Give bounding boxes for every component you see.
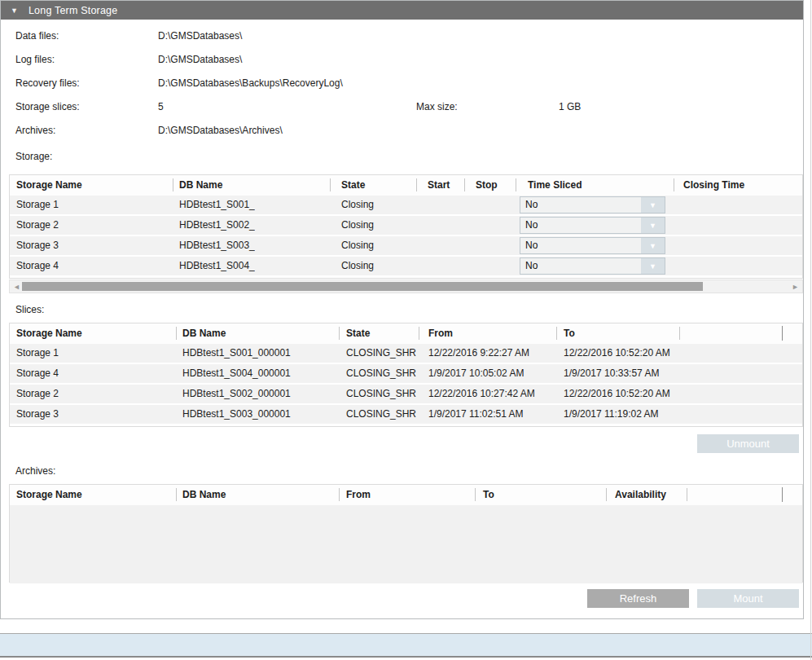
storage-row[interactable]: Storage 4 HDBtest1_S004_ Closing No ▼ [10,257,802,275]
column-divider [339,327,340,340]
cell-state: Closing [341,199,374,210]
long-term-storage-panel: ▼ Long Term Storage Data files: D:\GMSDa… [0,0,804,619]
time-sliced-dropdown[interactable]: No ▼ [520,217,665,234]
col-from[interactable]: From [428,328,453,339]
column-divider [674,178,674,191]
log-files-label: Log files: [15,54,55,65]
archives-path-label: Archives: [15,125,55,136]
column-divider [679,327,680,340]
col-db-name[interactable]: DB Name [179,179,222,191]
column-divider [687,488,687,501]
cell-from: 12/22/2016 10:27:42 AM [428,388,555,399]
col-closing-time[interactable]: Closing Time [683,179,744,191]
archives-empty-body [10,505,802,583]
cell-db-name: HDBtest1_S001_000001 [182,347,291,359]
recovery-files-label: Recovery files: [15,77,80,89]
storage-row[interactable]: Storage 2 HDBtest1_S002_ Closing No ▼ [10,216,802,235]
cell-storage-name: Storage 4 [16,260,59,271]
col-storage-name[interactable]: Storage Name [16,179,82,191]
storage-section-label: Storage: [15,151,52,162]
chevron-down-icon[interactable]: ▼ [641,218,665,233]
storage-row[interactable]: Storage 3 HDBtest1_S003_ Closing No ▼ [10,236,802,255]
column-divider [419,327,419,340]
cell-storage-name: Storage 2 [16,219,59,231]
archives-section-label: Archives: [15,465,55,477]
time-sliced-value: No [520,238,641,253]
cell-db-name: HDBtest1_S001_ [179,199,255,210]
slice-row[interactable]: Storage 1 HDBtest1_S001_000001 CLOSING_S… [10,344,802,363]
archives-table-header: Storage Name DB Name From To Availabilit… [10,485,802,505]
archives-path-value: D:\GMSDatabases\Archives\ [158,125,283,136]
column-divider [416,178,417,191]
collapse-triangle-icon[interactable]: ▼ [11,7,18,15]
data-files-value: D:\GMSDatabases\ [158,30,242,42]
cell-db-name: HDBtest1_S003_000001 [182,408,291,420]
window-border [810,0,811,660]
refresh-button[interactable]: Refresh [587,589,689,608]
slices-table: Storage Name DB Name State From To Stora… [9,323,803,427]
column-divider [176,488,177,501]
cell-state: Closing [341,240,374,251]
chevron-down-icon[interactable]: ▼ [641,238,665,253]
column-divider [516,178,516,191]
cell-from: 12/22/2016 9:22:27 AM [428,347,555,359]
cell-storage-name: Storage 4 [16,367,59,379]
col-storage-name[interactable]: Storage Name [16,489,82,500]
page: ▼ Long Term Storage Data files: D:\GMSDa… [0,0,812,660]
col-start[interactable]: Start [428,179,450,191]
cell-db-name: HDBtest1_S004_000001 [182,367,291,379]
cell-storage-name: Storage 1 [16,199,59,210]
cell-db-name: HDBtest1_S002_000001 [182,388,291,399]
column-divider [339,488,340,501]
col-stop[interactable]: Stop [476,179,498,191]
col-state[interactable]: State [346,328,370,339]
column-divider [782,487,783,502]
col-to[interactable]: To [483,489,494,500]
slice-row[interactable]: Storage 3 HDBtest1_S003_000001 CLOSING_S… [10,405,802,424]
chevron-down-icon[interactable]: ▼ [641,258,665,274]
slice-row[interactable]: Storage 4 HDBtest1_S004_000001 CLOSING_S… [10,364,802,383]
slices-table-header: Storage Name DB Name State From To [10,323,802,344]
time-sliced-value: No [520,197,641,213]
column-divider [606,488,607,501]
column-divider [464,178,465,191]
col-to[interactable]: To [564,328,575,339]
scrollbar-thumb[interactable] [22,282,703,291]
col-db-name[interactable]: DB Name [182,328,226,339]
column-divider [782,326,783,341]
cell-state: CLOSING_SHR [346,347,418,359]
col-from[interactable]: From [346,489,371,500]
scroll-right-icon[interactable]: ► [792,283,799,291]
panel-header[interactable]: ▼ Long Term Storage [1,1,803,20]
max-size-value: 1 GB [559,101,581,112]
col-time-sliced[interactable]: Time Sliced [528,179,582,191]
cell-state: CLOSING_SHR [346,408,418,420]
time-sliced-dropdown[interactable]: No ▼ [520,237,665,254]
slice-row[interactable]: Storage 2 HDBtest1_S002_000001 CLOSING_S… [10,385,802,403]
slices-section-label: Slices: [15,304,44,315]
storage-table-header: Storage Name DB Name State Start Stop Ti… [10,175,802,196]
time-sliced-dropdown[interactable]: No ▼ [520,196,665,213]
col-availability[interactable]: Availability [615,489,666,500]
horizontal-scrollbar[interactable]: ◄ ► [9,279,803,293]
panel-title: Long Term Storage [29,5,118,16]
col-db-name[interactable]: DB Name [182,489,226,500]
max-size-label: Max size: [416,101,458,112]
time-sliced-value: No [520,258,641,274]
scroll-left-icon[interactable]: ◄ [13,283,20,291]
log-files-value: D:\GMSDatabases\ [158,54,242,65]
column-divider [556,327,557,340]
col-state[interactable]: State [341,179,365,191]
chevron-down-icon[interactable]: ▼ [641,197,665,213]
column-divider [475,488,476,501]
col-storage-name[interactable]: Storage Name [16,328,82,339]
time-sliced-dropdown[interactable]: No ▼ [520,257,665,275]
bottom-status-bar [0,633,812,658]
cell-state: CLOSING_SHR [346,367,418,379]
recovery-files-value: D:\GMSDatabases\Backups\RecoveryLog\ [158,77,343,89]
cell-to: 1/9/2017 10:33:57 AM [564,367,686,379]
column-divider [330,178,331,191]
storage-row[interactable]: Storage 1 HDBtest1_S001_ Closing No ▼ [10,196,802,214]
unmount-button[interactable]: Unmount [697,434,799,453]
mount-button[interactable]: Mount [697,589,799,608]
